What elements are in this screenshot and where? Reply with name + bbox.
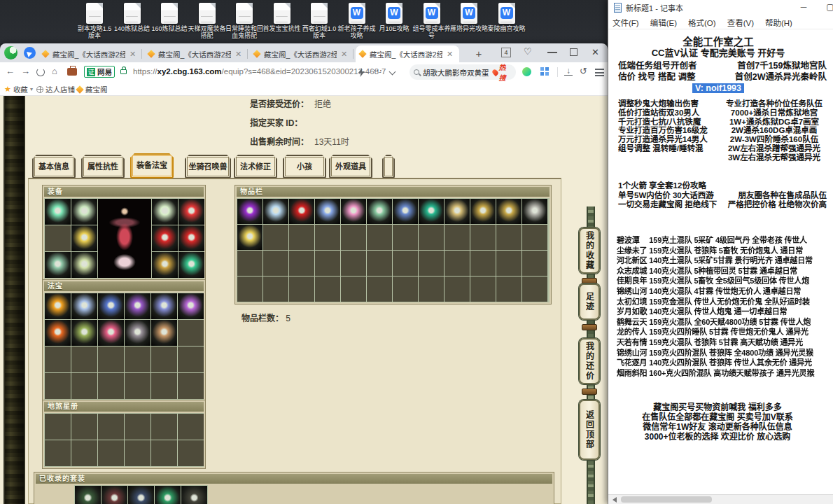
desktop-icon[interactable]: 组号零成本养号 xyxy=(413,3,451,39)
item[interactable] xyxy=(71,320,97,346)
item[interactable] xyxy=(152,252,178,278)
item[interactable] xyxy=(181,486,207,504)
tab-close-icon[interactable]: ✕ xyxy=(447,50,453,59)
item[interactable] xyxy=(152,225,178,251)
page-tab-1[interactable]: 基本信息 xyxy=(32,155,76,178)
item[interactable] xyxy=(341,199,366,224)
extension-briefcase-icon[interactable] xyxy=(67,68,77,76)
item[interactable] xyxy=(237,199,262,224)
notepad-menu-item[interactable]: 文件(F) xyxy=(612,17,639,28)
new-tab-button[interactable]: + xyxy=(472,47,486,61)
browser-tab[interactable]: 藏宝阁_《大话西游2经典版✕ xyxy=(356,46,459,62)
item[interactable] xyxy=(98,293,124,319)
scroll-left-arrow-icon[interactable] xyxy=(610,497,617,503)
refresh-icon[interactable] xyxy=(36,68,45,76)
page-tab-6[interactable]: 小孩 xyxy=(283,155,326,178)
item[interactable] xyxy=(71,199,97,225)
item[interactable] xyxy=(45,293,71,319)
browser-avatar-icon[interactable] xyxy=(24,47,36,59)
notepad-menu-item[interactable]: 格式(O) xyxy=(688,17,716,28)
item[interactable] xyxy=(75,486,101,504)
desktop-icon[interactable]: 160炼狱总结 xyxy=(150,3,188,32)
desktop-icon[interactable]: 雁塔异光攻略 xyxy=(450,3,488,32)
desktop-icon[interactable]: 月10E攻略 xyxy=(375,3,413,32)
notepad-hscrollbar[interactable] xyxy=(608,494,833,504)
item[interactable] xyxy=(178,199,204,225)
item[interactable] xyxy=(289,199,314,224)
page-tab-4[interactable]: 坐骑召唤兽 xyxy=(185,155,231,178)
item[interactable] xyxy=(71,252,97,278)
item[interactable] xyxy=(393,199,418,224)
item[interactable] xyxy=(45,199,71,225)
item[interactable] xyxy=(178,293,204,319)
notepad-menu-item[interactable]: 帮助(H) xyxy=(765,17,792,28)
desktop-icon[interactable]: 日常睡装和回血鬼搭配 xyxy=(225,3,263,39)
undo-icon[interactable]: ↺ xyxy=(580,66,587,76)
favorite-heart-icon[interactable]: ♡ xyxy=(524,46,532,57)
download-icon[interactable]: ↓ xyxy=(564,67,573,76)
forward-icon[interactable]: → xyxy=(21,66,30,76)
close-button[interactable]: ✕ xyxy=(592,47,599,57)
search-input[interactable]: 胡歌大鹏影帝双黄蛋 热搜 xyxy=(410,64,516,80)
home-icon[interactable]: ⌂ xyxy=(52,66,57,76)
item[interactable] xyxy=(128,486,154,504)
item[interactable] xyxy=(522,199,547,224)
item[interactable] xyxy=(237,225,262,250)
browser-tab[interactable]: 藏宝阁_《大话西游2经典版✕ xyxy=(250,46,354,62)
back-icon[interactable]: ← xyxy=(6,66,15,76)
desktop-icon[interactable]: 秦陵幽宫攻略 xyxy=(488,3,526,32)
notepad-menu-item[interactable]: 查看(V) xyxy=(727,17,754,28)
url-input[interactable]: https://xy2.cbg.163.com/equip?s=468&eid=… xyxy=(133,67,386,76)
notepad-maximize-button[interactable]: ▢ xyxy=(818,0,833,15)
more-dots-icon[interactable]: ⋯ xyxy=(373,65,382,76)
desktop-icon[interactable]: 西奢幻域1.0版本 xyxy=(300,3,338,39)
desktop-icon[interactable]: 天梯双魔装备搭配 xyxy=(188,3,226,39)
item[interactable] xyxy=(45,252,71,278)
scroll-thumb[interactable] xyxy=(621,496,712,503)
notepad-minimize-button[interactable]: ─ xyxy=(792,0,816,15)
item[interactable] xyxy=(178,225,204,251)
tab-close-icon[interactable]: ✕ xyxy=(130,50,136,59)
page-tab-7[interactable]: 外观道具 xyxy=(329,155,372,178)
desktop-icon[interactable]: 首发宝宝抗性 xyxy=(263,3,301,32)
item[interactable] xyxy=(71,293,97,319)
item[interactable] xyxy=(151,293,177,319)
item[interactable] xyxy=(151,320,177,346)
tab-close-icon[interactable]: ✕ xyxy=(235,50,241,59)
site-cert-badge[interactable]: 证 网易 xyxy=(84,66,115,78)
sidebar-button-3[interactable]: 我的还价 xyxy=(579,338,600,384)
bookmark-item[interactable]: ★收藏▾ xyxy=(4,84,33,94)
lightning-icon[interactable] xyxy=(358,67,365,80)
browser-tab[interactable]: 藏宝阁_《大话西游2经典版✕ xyxy=(144,46,248,62)
item[interactable] xyxy=(45,320,71,346)
item[interactable] xyxy=(496,199,522,224)
tab-count-badge[interactable]: 4 xyxy=(501,48,511,57)
browser-logo-icon[interactable] xyxy=(4,46,18,59)
sidebar-button-1[interactable]: 我的收藏 xyxy=(579,227,600,274)
desktop-icon[interactable]: 140炼狱总结 xyxy=(113,3,151,32)
item[interactable] xyxy=(125,293,150,319)
item[interactable] xyxy=(125,320,150,346)
sidebar-button-4[interactable]: 返回顶部 xyxy=(579,400,600,460)
item[interactable] xyxy=(152,199,178,225)
minimize-button[interactable] xyxy=(547,46,557,53)
item[interactable] xyxy=(155,486,181,504)
sidebar-button-2[interactable]: 足迹 xyxy=(579,284,600,320)
maximize-button[interactable] xyxy=(570,48,578,56)
item[interactable] xyxy=(315,199,340,224)
page-tab-partial[interactable] xyxy=(382,155,395,178)
bookmark-item[interactable]: 藏宝阁 xyxy=(77,84,108,94)
item[interactable] xyxy=(178,252,204,278)
item[interactable] xyxy=(367,199,392,224)
hamburger-menu-icon[interactable] xyxy=(595,69,604,76)
notepad-menu-item[interactable]: 编辑(E) xyxy=(650,17,677,28)
wallet-circle-icon[interactable] xyxy=(522,67,531,76)
browser-tab[interactable]: 藏宝阁_《大话西游2经典版✕ xyxy=(38,46,142,62)
notepad-text-area[interactable]: 全能工作室之工CC蓝V认证 专配完美账号 开好号低端任务组号开创者首创7千159… xyxy=(608,29,833,494)
desktop-icon[interactable]: 副本攻略1.5版本 xyxy=(76,3,113,39)
bookmark-item[interactable]: 达人店铺 xyxy=(36,84,75,94)
chevron-down-icon[interactable] xyxy=(389,69,396,76)
item[interactable] xyxy=(419,199,444,224)
page-tab-3[interactable]: 装备法宝 xyxy=(130,153,174,178)
item[interactable] xyxy=(102,486,127,504)
